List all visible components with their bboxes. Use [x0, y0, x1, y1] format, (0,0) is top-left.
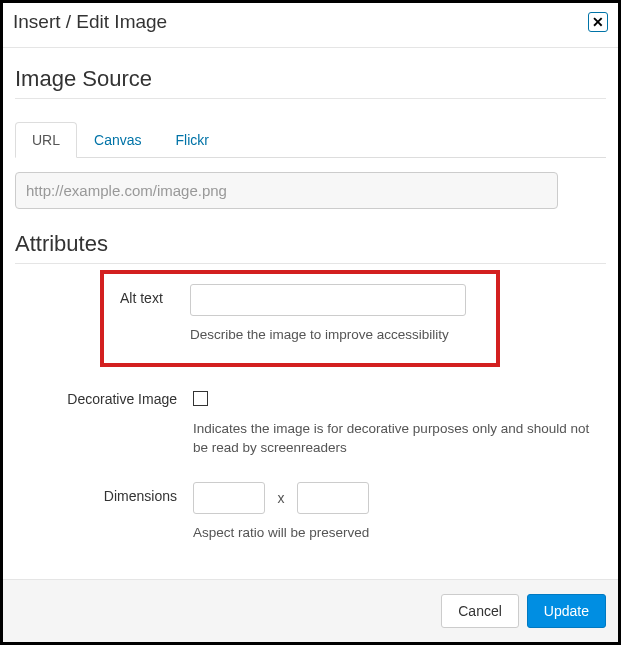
- decorative-image-row: Decorative Image Indicates the image is …: [15, 381, 606, 458]
- update-button[interactable]: Update: [527, 594, 606, 628]
- dialog-footer: Cancel Update: [3, 579, 618, 642]
- tab-canvas[interactable]: Canvas: [77, 122, 158, 158]
- close-icon: ✕: [592, 15, 604, 29]
- decorative-image-checkbox[interactable]: [193, 391, 208, 406]
- dimension-height-input[interactable]: [297, 482, 369, 514]
- dimensions-row: Dimensions x Aspect ratio will be preser…: [15, 482, 606, 543]
- dimensions-separator: x: [269, 490, 292, 506]
- decorative-image-body: Indicates the image is for decorative pu…: [193, 385, 606, 458]
- alt-text-hint: Describe the image to improve accessibil…: [190, 326, 478, 345]
- dimension-width-input[interactable]: [193, 482, 265, 514]
- dialog-body: Image Source URL Canvas Flickr Attribute…: [3, 48, 618, 579]
- alt-text-body: Describe the image to improve accessibil…: [190, 284, 478, 345]
- close-button[interactable]: ✕: [588, 12, 608, 32]
- dialog-titlebar: Insert / Edit Image ✕: [3, 3, 618, 48]
- dimensions-hint: Aspect ratio will be preserved: [193, 524, 606, 543]
- cancel-button[interactable]: Cancel: [441, 594, 519, 628]
- decorative-image-hint: Indicates the image is for decorative pu…: [193, 420, 593, 458]
- alt-text-row: Alt text Describe the image to improve a…: [110, 284, 478, 345]
- tab-url[interactable]: URL: [15, 122, 77, 158]
- image-source-heading: Image Source: [15, 66, 606, 99]
- image-url-input[interactable]: [15, 172, 558, 209]
- dimensions-body: x Aspect ratio will be preserved: [193, 482, 606, 543]
- alt-text-input[interactable]: [190, 284, 466, 316]
- alt-text-label: Alt text: [110, 284, 190, 306]
- attributes-heading: Attributes: [15, 231, 606, 264]
- source-tabs: URL Canvas Flickr: [15, 121, 606, 158]
- insert-edit-image-dialog: Insert / Edit Image ✕ Image Source URL C…: [0, 0, 621, 645]
- decorative-image-label: Decorative Image: [15, 385, 193, 407]
- dialog-title: Insert / Edit Image: [13, 11, 167, 33]
- attributes-section: Attributes Alt text Describe the image t…: [15, 231, 606, 543]
- tab-flickr[interactable]: Flickr: [158, 122, 225, 158]
- alt-text-highlight: Alt text Describe the image to improve a…: [100, 270, 500, 367]
- dimensions-label: Dimensions: [15, 482, 193, 504]
- attributes-rows: Alt text Describe the image to improve a…: [15, 270, 606, 543]
